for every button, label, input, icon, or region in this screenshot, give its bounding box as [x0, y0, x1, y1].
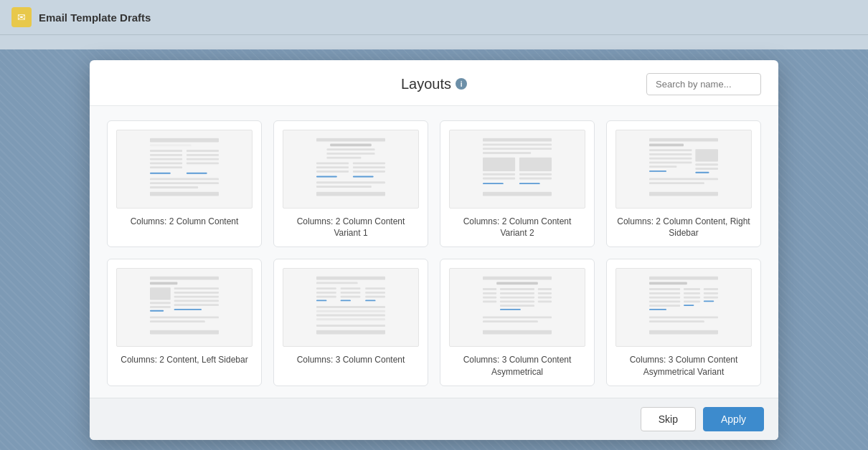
svg-rect-91 — [316, 310, 385, 312]
svg-rect-24 — [316, 170, 349, 172]
modal-title: Layouts — [401, 76, 451, 92]
svg-rect-53 — [649, 170, 666, 171]
svg-rect-18 — [330, 143, 372, 146]
svg-rect-32 — [316, 191, 385, 196]
layout-preview-6 — [283, 268, 419, 347]
svg-rect-117 — [649, 288, 680, 290]
layout-label-7: Columns: 3 Column Content Asymmetrical — [449, 354, 585, 378]
layout-card-5[interactable]: Columns: 2 Content, Left Sidebar — [107, 259, 262, 386]
gray-band — [0, 35, 868, 49]
layout-card-6[interactable]: Columns: 3 Column Content — [273, 259, 428, 386]
layout-card-7[interactable]: Columns: 3 Column Content Asymmetrical — [440, 259, 595, 386]
email-icon: ✉ — [11, 7, 32, 27]
svg-rect-0 — [150, 138, 219, 142]
modal-overlay: Layouts i — [0, 49, 868, 450]
info-icon[interactable]: i — [456, 78, 467, 90]
svg-rect-55 — [695, 163, 718, 166]
search-input[interactable] — [646, 73, 761, 95]
svg-rect-131 — [704, 300, 714, 302]
svg-rect-89 — [365, 300, 375, 302]
svg-rect-31 — [316, 186, 372, 188]
svg-rect-105 — [500, 300, 534, 302]
svg-rect-111 — [538, 300, 552, 302]
svg-rect-76 — [316, 277, 385, 280]
svg-rect-87 — [365, 292, 385, 294]
svg-rect-118 — [649, 292, 680, 295]
svg-rect-92 — [316, 315, 385, 317]
svg-rect-61 — [150, 277, 219, 280]
svg-rect-100 — [483, 297, 496, 299]
svg-rect-14 — [150, 182, 219, 184]
layout-card-3[interactable]: Columns: 2 Column Content Variant 2 — [440, 120, 595, 248]
svg-rect-94 — [316, 325, 385, 327]
svg-rect-42 — [519, 177, 552, 179]
svg-rect-129 — [704, 292, 718, 295]
svg-rect-73 — [150, 317, 219, 319]
svg-rect-62 — [150, 282, 177, 285]
svg-rect-54 — [695, 149, 718, 161]
top-bar: ✉ Email Template Drafts — [0, 0, 868, 35]
svg-rect-20 — [326, 152, 374, 154]
apply-button[interactable]: Apply — [703, 407, 764, 431]
svg-rect-12 — [187, 172, 207, 173]
layout-preview-3 — [449, 130, 585, 209]
skip-button[interactable]: Skip — [641, 407, 696, 431]
layout-preview-1 — [116, 130, 253, 209]
svg-rect-86 — [365, 287, 385, 289]
svg-rect-29 — [353, 176, 374, 177]
svg-rect-34 — [483, 143, 552, 145]
svg-rect-101 — [483, 300, 496, 302]
svg-rect-98 — [483, 288, 496, 290]
svg-rect-38 — [519, 157, 552, 171]
layout-preview-7 — [449, 268, 585, 347]
svg-rect-108 — [538, 288, 552, 290]
svg-rect-26 — [353, 166, 385, 168]
svg-rect-25 — [353, 162, 385, 164]
svg-rect-19 — [326, 148, 374, 150]
svg-rect-41 — [519, 173, 552, 175]
svg-rect-84 — [341, 296, 361, 298]
svg-rect-74 — [150, 320, 205, 322]
layout-card-8[interactable]: Columns: 3 Column Content Asymmetrical V… — [606, 259, 761, 386]
svg-rect-27 — [353, 170, 385, 172]
svg-rect-35 — [483, 148, 552, 150]
svg-rect-36 — [483, 152, 531, 154]
svg-rect-56 — [695, 168, 718, 170]
svg-rect-133 — [649, 320, 704, 322]
svg-rect-30 — [316, 181, 385, 183]
svg-rect-57 — [695, 171, 709, 173]
layouts-modal: Layouts i — [90, 60, 778, 440]
layout-label-3: Columns: 2 Column Content Variant 2 — [449, 216, 585, 240]
svg-rect-110 — [538, 297, 552, 299]
modal-title-area: Layouts i — [222, 76, 646, 92]
svg-rect-3 — [150, 153, 182, 155]
svg-rect-113 — [483, 320, 538, 322]
svg-rect-7 — [187, 150, 219, 152]
svg-rect-107 — [500, 309, 521, 310]
svg-rect-37 — [483, 157, 515, 171]
svg-rect-79 — [316, 292, 336, 294]
svg-rect-72 — [174, 309, 202, 310]
layout-card-1[interactable]: Columns: 2 Column Content — [107, 120, 262, 248]
svg-rect-130 — [704, 297, 718, 299]
svg-rect-93 — [316, 318, 385, 320]
layout-preview-8 — [615, 268, 752, 347]
svg-rect-99 — [483, 292, 496, 295]
layout-card-2[interactable]: Columns: 2 Column Content Variant 1 — [273, 120, 428, 248]
svg-rect-75 — [150, 330, 219, 335]
svg-rect-22 — [316, 162, 349, 164]
layout-label-1: Columns: 2 Column Content — [131, 216, 239, 228]
svg-rect-109 — [538, 292, 552, 295]
modal-body: Columns: 2 Column Content — [90, 106, 778, 398]
svg-rect-63 — [150, 287, 171, 300]
svg-rect-17 — [316, 138, 385, 141]
layout-preview-4 — [615, 130, 752, 209]
layout-card-4[interactable]: Columns: 2 Column Content, Right Sidebar — [606, 120, 761, 248]
svg-rect-68 — [174, 292, 219, 294]
svg-rect-119 — [649, 297, 680, 299]
svg-rect-10 — [187, 162, 219, 164]
modal-header: Layouts i — [90, 60, 778, 106]
svg-rect-23 — [316, 166, 349, 168]
svg-rect-52 — [649, 166, 676, 168]
svg-rect-40 — [483, 177, 515, 179]
